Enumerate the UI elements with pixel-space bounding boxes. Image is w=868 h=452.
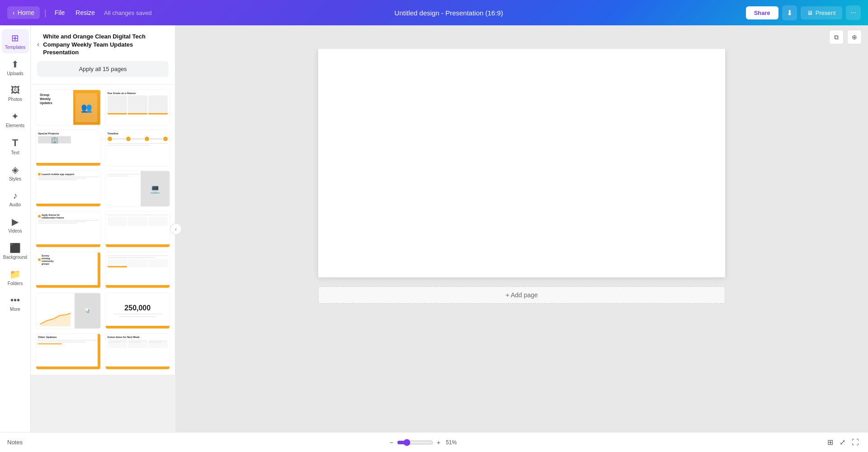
zoom-value: 51% (444, 439, 458, 446)
nav-divider: | (44, 8, 47, 18)
monitor-icon: 🖥 (807, 10, 813, 16)
zoom-in-button[interactable]: + (437, 439, 440, 446)
apply-all-button[interactable]: Apply all 15 pages (37, 61, 169, 77)
panel-title: White and Orange Clean Digital Tech Comp… (43, 33, 169, 57)
template-thumb-3[interactable]: Special Projects 🏢 (35, 129, 101, 167)
chevron-left-icon: ‹ (13, 9, 15, 16)
sidebar-label-uploads: Uploads (7, 71, 24, 76)
sidebar-item-folders[interactable]: 📁 Folders (2, 265, 29, 290)
template-thumb-9[interactable]: Surveyexistingcommunitygroups (35, 252, 101, 289)
bottom-right-icons: ⊞ ⤢ ⛶ (826, 436, 861, 448)
document-title: Untitled design - Presentation (16:9) (156, 9, 742, 17)
resize-button[interactable]: Resize (72, 6, 99, 19)
main-area: ⊞ Templates ⬆ Uploads 🖼 Photos ✦ Element… (0, 25, 868, 432)
templates-icon: ⊞ (11, 33, 19, 43)
download-icon: ⬇ (787, 9, 793, 17)
background-icon: ⬛ (9, 243, 21, 253)
sidebar-item-text[interactable]: T Text (2, 133, 29, 159)
sidebar-label-templates: Templates (5, 45, 26, 50)
file-menu-button[interactable]: File (51, 6, 69, 19)
present-label: Present (816, 10, 836, 16)
photos-icon: 🖼 (11, 85, 20, 95)
sidebar-label-styles: Styles (9, 176, 21, 181)
home-label: Home (18, 9, 34, 16)
folders-icon: 📁 (9, 269, 21, 280)
sidebar-label-audio: Audio (9, 202, 21, 207)
zoom-out-button[interactable]: − (390, 439, 393, 446)
text-icon: T (12, 137, 18, 149)
template-grid: GroupWeeklyUpdates 👥 (31, 85, 175, 375)
sidebar-label-background: Background (3, 255, 27, 260)
sidebar-item-elements[interactable]: ✦ Elements (2, 107, 29, 132)
panel-header: ‹ White and Orange Clean Digital Tech Co… (31, 25, 175, 85)
more-icon: ••• (10, 295, 20, 305)
fit-screen-button[interactable]: ⤢ (838, 436, 847, 448)
sidebar-label-more: More (10, 307, 20, 312)
sidebar-item-background[interactable]: ⬛ Background (2, 239, 29, 263)
sidebar-item-templates[interactable]: ⊞ Templates (2, 29, 29, 53)
template-thumb-11[interactable]: 📊 (35, 292, 101, 329)
present-button[interactable]: 🖥 Present (801, 6, 842, 19)
template-thumb-2[interactable]: Our Goals at a Glance (105, 89, 171, 126)
bottom-bar: Notes − + 51% ⊞ ⤢ ⛶ (0, 432, 868, 452)
sidebar-item-audio[interactable]: ♪ Audio (2, 187, 29, 211)
template-thumb-8[interactable] (105, 211, 171, 248)
sidebar-label-elements: Elements (6, 123, 25, 128)
zoom-controls: − + 51% (390, 439, 458, 446)
left-sidebar: ⊞ Templates ⬆ Uploads 🖼 Photos ✦ Element… (0, 25, 31, 432)
notes-button[interactable]: Notes (7, 439, 23, 446)
zoom-slider[interactable] (397, 439, 433, 446)
canvas-top-bar: ⧉ ⊕ (175, 25, 868, 49)
sidebar-item-styles[interactable]: ◈ Styles (2, 161, 29, 185)
template-thumb-12[interactable]: 250,000 (105, 292, 171, 329)
duplicate-page-button[interactable]: ⧉ (829, 30, 844, 44)
nav-right-actions: Share ⬇ 🖥 Present ··· (746, 5, 861, 20)
template-thumb-13[interactable]: Other Updates (35, 333, 101, 370)
fullscreen-button[interactable]: ⛶ (850, 436, 861, 448)
home-button[interactable]: ‹ Home (7, 6, 40, 19)
audio-icon: ♪ (13, 190, 18, 201)
videos-icon: ▶ (12, 216, 19, 227)
grid-view-button[interactable]: ⊞ (826, 436, 835, 448)
sidebar-label-photos: Photos (8, 97, 22, 102)
sidebar-label-folders: Folders (8, 281, 23, 286)
sidebar-item-photos[interactable]: 🖼 Photos (2, 81, 29, 105)
canvas-scroll-area[interactable]: + Add page (175, 49, 868, 432)
template-thumb-10[interactable] (105, 252, 171, 289)
canvas-area: ⧉ ⊕ + Add page (175, 25, 868, 432)
template-thumb-6[interactable]: 💻 (105, 170, 171, 207)
add-to-canvas-button[interactable]: ⊕ (847, 30, 862, 44)
template-thumb-14[interactable]: Action Items for Next Week (105, 333, 171, 370)
panel-hide-button[interactable]: ‹ (170, 223, 182, 235)
sidebar-item-uploads[interactable]: ⬆ Uploads (2, 55, 29, 80)
back-arrow-icon: ‹ (37, 40, 39, 48)
canvas-page-1[interactable] (318, 49, 725, 277)
sidebar-label-text: Text (11, 150, 19, 155)
template-panel: ‹ White and Orange Clean Digital Tech Co… (31, 25, 175, 375)
back-row[interactable]: ‹ White and Orange Clean Digital Tech Co… (37, 33, 169, 57)
sidebar-item-videos[interactable]: ▶ Videos (2, 213, 29, 237)
elements-icon: ✦ (11, 111, 19, 122)
styles-icon: ◈ (12, 164, 19, 175)
download-button[interactable]: ⬇ (782, 5, 797, 20)
template-thumb-1[interactable]: GroupWeeklyUpdates 👥 (35, 89, 101, 126)
more-options-button[interactable]: ··· (846, 5, 861, 20)
svg-marker-0 (40, 313, 71, 326)
template-thumb-7[interactable]: Apply license forcollaboration feature (35, 211, 101, 248)
save-status: All changes saved (104, 10, 152, 16)
sidebar-label-videos: Videos (8, 228, 22, 233)
sidebar-item-more[interactable]: ••• More (2, 291, 29, 315)
top-nav: ‹ Home | File Resize All changes saved U… (0, 0, 868, 25)
plus-share-icon: ⊕ (852, 33, 857, 41)
template-thumb-4[interactable]: Timeline (105, 129, 171, 167)
uploads-icon: ⬆ (11, 59, 19, 70)
add-page-button[interactable]: + Add page (318, 286, 725, 304)
duplicate-icon: ⧉ (834, 33, 839, 41)
template-thumb-5[interactable]: Launch mobile app support (35, 170, 101, 207)
template-panel-wrapper: ‹ White and Orange Clean Digital Tech Co… (31, 25, 175, 432)
share-button[interactable]: Share (746, 6, 778, 19)
